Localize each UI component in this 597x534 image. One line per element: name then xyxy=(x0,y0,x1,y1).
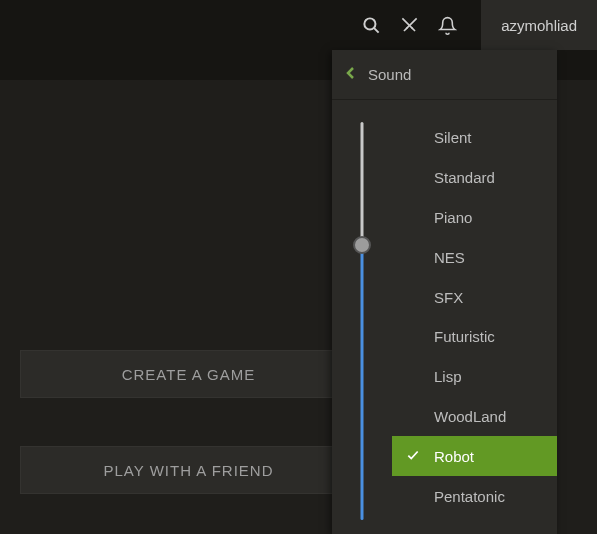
sound-option-label: Piano xyxy=(434,209,472,226)
sound-option-label: Pentatonic xyxy=(434,488,505,505)
sound-option-pentatonic[interactable]: Pentatonic xyxy=(392,476,557,516)
chevron-left-icon xyxy=(346,66,356,83)
sound-option-label: Lisp xyxy=(434,368,462,385)
slider-thumb[interactable] xyxy=(353,236,371,254)
sound-option-woodland[interactable]: WoodLand xyxy=(392,397,557,437)
sound-panel-header[interactable]: Sound xyxy=(332,50,557,100)
sound-option-standard[interactable]: Standard xyxy=(392,158,557,198)
swords-icon[interactable] xyxy=(399,15,419,35)
sound-panel-title: Sound xyxy=(368,66,411,83)
svg-line-1 xyxy=(374,27,379,32)
volume-slider-col xyxy=(332,118,392,516)
sound-option-label: WoodLand xyxy=(434,408,506,425)
check-icon xyxy=(406,448,420,465)
sound-option-label: Standard xyxy=(434,169,495,186)
create-game-button[interactable]: CREATE A GAME xyxy=(20,350,357,398)
sound-option-label: Robot xyxy=(434,448,474,465)
play-friend-button[interactable]: PLAY WITH A FRIEND xyxy=(20,446,357,494)
sound-option-lisp[interactable]: Lisp xyxy=(392,357,557,397)
sound-option-label: NES xyxy=(434,249,465,266)
sound-option-sfx[interactable]: SFX xyxy=(392,277,557,317)
sound-option-label: SFX xyxy=(434,289,463,306)
username-label: azymohliad xyxy=(501,17,577,34)
create-game-label: CREATE A GAME xyxy=(122,366,256,383)
sound-panel: Sound SilentStandardPianoNESSFXFuturisti… xyxy=(332,50,557,534)
sound-option-label: Silent xyxy=(434,129,472,146)
sound-option-futuristic[interactable]: Futuristic xyxy=(392,317,557,357)
svg-point-0 xyxy=(364,18,375,29)
topbar: azymohliad xyxy=(0,0,597,50)
svg-line-5 xyxy=(412,27,415,30)
user-menu[interactable]: azymohliad xyxy=(481,0,597,50)
play-friend-label: PLAY WITH A FRIEND xyxy=(104,462,274,479)
sound-option-silent[interactable]: Silent xyxy=(392,118,557,158)
search-icon[interactable] xyxy=(361,15,381,35)
sound-option-label: Futuristic xyxy=(434,328,495,345)
svg-line-4 xyxy=(404,27,407,30)
volume-slider[interactable] xyxy=(352,122,372,520)
main-buttons: CREATE A GAME PLAY WITH A FRIEND PLAY WI… xyxy=(20,350,357,534)
sound-option-robot[interactable]: Robot xyxy=(392,436,557,476)
sound-panel-body: SilentStandardPianoNESSFXFuturisticLispW… xyxy=(332,100,557,534)
sound-option-piano[interactable]: Piano xyxy=(392,198,557,238)
sound-option-nes[interactable]: NES xyxy=(392,237,557,277)
slider-track-lower xyxy=(361,245,364,520)
bell-icon[interactable] xyxy=(437,15,457,35)
sound-options-list: SilentStandardPianoNESSFXFuturisticLispW… xyxy=(392,118,557,516)
slider-track-upper xyxy=(361,122,364,245)
topbar-icons xyxy=(361,15,457,35)
